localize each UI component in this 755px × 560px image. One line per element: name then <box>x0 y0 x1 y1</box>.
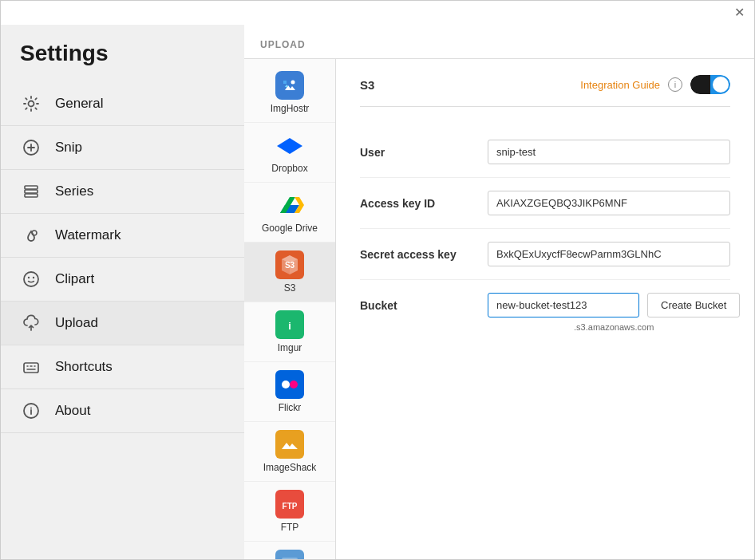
sidebar-item-series[interactable]: Series <box>1 170 244 214</box>
bucket-input-group: Create Bucket .s3.amazonaws.com <box>488 293 740 332</box>
sidebar-item-clipart-label: Clipart <box>55 271 94 287</box>
s3-header-right: Integration Guide i <box>580 75 730 94</box>
service-label-googledrive: Google Drive <box>262 223 318 234</box>
user-label: User <box>360 146 488 159</box>
access-key-input[interactable] <box>488 191 730 215</box>
integration-guide-link[interactable]: Integration Guide <box>580 79 660 91</box>
sidebar-item-upload[interactable]: Upload <box>1 302 244 345</box>
service-item-flickr[interactable]: Flickr <box>244 362 335 422</box>
imageshack-icon <box>275 430 304 459</box>
sidebar-item-snip-label: Snip <box>55 140 82 156</box>
smiley-icon <box>20 268 42 290</box>
sidebar-item-watermark[interactable]: Watermark <box>1 214 244 258</box>
keyboard-icon <box>20 356 42 378</box>
s3-settings-panel: S3 Integration Guide i <box>336 59 754 559</box>
service-label-flickr: Flickr <box>279 402 302 413</box>
secret-key-input[interactable] <box>488 242 730 266</box>
svg-point-6 <box>24 272 38 286</box>
sidebar-title: Settings <box>1 33 244 82</box>
svg-text:S3: S3 <box>285 261 295 270</box>
svg-rect-25 <box>282 558 298 559</box>
secret-key-row: Secret access key <box>360 229 730 280</box>
service-label-imghostr: ImgHostr <box>271 103 310 114</box>
service-label-s3: S3 <box>284 282 296 294</box>
settings-window: ✕ Settings General <box>0 0 755 560</box>
service-item-dropbox[interactable]: Dropbox <box>244 123 335 183</box>
svg-rect-9 <box>24 363 38 373</box>
info-icon[interactable]: i <box>668 77 682 92</box>
svg-text:FTP: FTP <box>283 502 298 511</box>
svg-point-19 <box>282 381 290 388</box>
s3-icon: S3 <box>275 250 304 279</box>
plus-icon <box>20 136 42 159</box>
sidebar: Settings General <box>1 25 244 559</box>
upload-section-label: UPLOAD <box>244 25 754 59</box>
s3-toggle[interactable] <box>690 75 730 94</box>
svg-text:i: i <box>288 320 291 332</box>
bucket-suffix: .s3.amazonaws.com <box>488 322 740 332</box>
service-list: ImgHostr Dropbox <box>244 59 336 559</box>
service-item-webservice[interactable]: Web Service <box>244 542 335 559</box>
ftp-icon: FTP <box>275 490 304 519</box>
service-item-imgur[interactable]: i Imgur <box>244 302 335 362</box>
svg-point-7 <box>28 277 30 278</box>
sidebar-item-general[interactable]: General <box>1 82 244 126</box>
user-input[interactable] <box>488 140 730 164</box>
toggle-knob <box>713 77 729 93</box>
secret-key-label: Secret access key <box>360 248 488 261</box>
content-area: UPLOAD <box>244 25 754 559</box>
bucket-row: Bucket Create Bucket .s3.amazonaws.com <box>360 280 730 345</box>
droplets-icon <box>20 224 42 246</box>
service-item-imageshack[interactable]: ImageShack <box>244 422 335 482</box>
bucket-input[interactable] <box>488 293 639 317</box>
sidebar-item-watermark-label: Watermark <box>55 227 121 243</box>
sidebar-item-shortcuts[interactable]: Shortcuts <box>1 345 244 389</box>
user-row: User <box>360 127 730 178</box>
googledrive-icon <box>275 191 304 219</box>
svg-rect-3 <box>25 190 38 193</box>
svg-rect-2 <box>25 186 38 189</box>
sidebar-item-about-label: About <box>55 403 90 419</box>
service-label-ftp: FTP <box>281 522 299 533</box>
info-circle-icon <box>20 400 42 422</box>
svg-point-13 <box>291 81 295 85</box>
svg-rect-21 <box>275 430 304 459</box>
bucket-label: Bucket <box>360 293 488 312</box>
imghostr-icon <box>275 71 304 100</box>
sidebar-item-about[interactable]: About <box>1 389 244 433</box>
service-item-googledrive[interactable]: Google Drive <box>244 183 335 243</box>
upload-panel: UPLOAD <box>244 25 754 559</box>
access-key-row: Access key ID <box>360 178 730 229</box>
svg-point-20 <box>290 381 298 388</box>
close-button[interactable]: ✕ <box>734 6 745 19</box>
sidebar-item-general-label: General <box>55 96 103 112</box>
svg-point-11 <box>30 408 32 409</box>
svg-rect-4 <box>25 194 38 197</box>
title-bar: ✕ <box>1 1 754 25</box>
sidebar-item-shortcuts-label: Shortcuts <box>55 359 113 375</box>
service-item-imghostr[interactable]: ImgHostr <box>244 63 335 123</box>
access-key-label: Access key ID <box>360 197 488 210</box>
main-layout: Settings General <box>1 25 754 559</box>
s3-header: S3 Integration Guide i <box>360 75 730 107</box>
service-label-imageshack: ImageShack <box>263 462 317 473</box>
service-item-s3[interactable]: S3 S3 <box>244 243 335 302</box>
flickr-icon <box>275 370 304 399</box>
dropbox-icon <box>275 131 304 160</box>
sidebar-item-snip[interactable]: Snip <box>1 126 244 170</box>
gear-icon <box>20 93 42 115</box>
imgur-icon: i <box>275 310 304 339</box>
svg-rect-12 <box>279 74 301 97</box>
sidebar-item-clipart[interactable]: Clipart <box>1 258 244 302</box>
upload-content: ImgHostr Dropbox <box>244 59 754 559</box>
layers-icon <box>20 180 42 203</box>
s3-panel-title: S3 <box>360 78 374 92</box>
service-item-ftp[interactable]: FTP FTP <box>244 482 335 542</box>
cloud-upload-icon <box>20 312 42 334</box>
svg-point-8 <box>33 277 34 278</box>
svg-point-0 <box>29 101 34 107</box>
sidebar-item-series-label: Series <box>55 183 93 199</box>
sidebar-item-upload-label: Upload <box>55 315 98 331</box>
create-bucket-button[interactable]: Create Bucket <box>647 293 740 317</box>
service-label-imgur: Imgur <box>278 342 302 353</box>
